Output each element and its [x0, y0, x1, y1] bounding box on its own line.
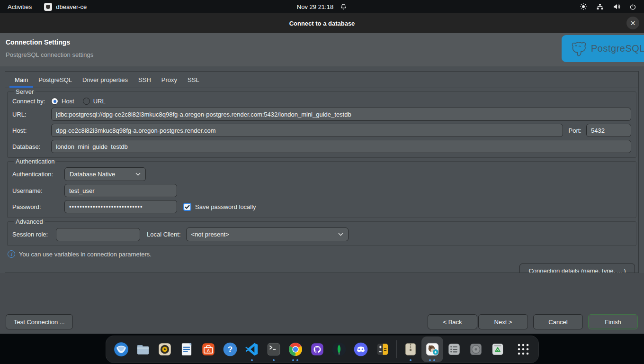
local-client-selected-value: <not present>	[191, 231, 338, 238]
system-status-menu[interactable]	[580, 0, 644, 13]
tab-ssl[interactable]: SSL	[182, 73, 205, 88]
discord-icon	[353, 341, 369, 357]
connect-by-url-radio[interactable]	[83, 98, 90, 105]
connect-by-url-label[interactable]: URL	[93, 98, 106, 105]
dock-item-calculator[interactable]	[372, 337, 394, 362]
svg-text:A: A	[206, 348, 210, 353]
dock-item-settings-list[interactable]	[443, 337, 465, 362]
vscode-icon	[244, 341, 260, 357]
page-subtitle: PostgreSQL connection settings	[6, 51, 93, 58]
tab-postgresql[interactable]: PostgreSQL	[33, 73, 77, 88]
dock-item-mongodb[interactable]	[328, 337, 350, 362]
info-row: i You can use variables in connection pa…	[8, 250, 638, 258]
password-label: Password:	[12, 203, 64, 210]
focused-app-name: dbeaver-ce	[56, 3, 87, 10]
save-password-checkbox[interactable]	[183, 203, 191, 211]
dock-item-github-desktop[interactable]	[306, 337, 328, 362]
session-role-input[interactable]	[56, 228, 140, 241]
auth-type-row: Authentication: Database Native	[12, 167, 631, 181]
test-connection-button[interactable]: Test Connection ...	[6, 314, 73, 329]
github-desktop-icon	[309, 341, 325, 357]
dock-item-archive-manager[interactable]	[400, 337, 421, 362]
trash-icon	[490, 341, 506, 357]
host-row: Host: Port:	[12, 124, 631, 137]
connection-details-button[interactable]: Connection details (name, type, ... )	[519, 264, 635, 273]
dbeaver-icon	[424, 341, 440, 357]
tab-bar: Main PostgreSQL Driver properties SSH Pr…	[5, 72, 638, 88]
advanced-group: Advanced Session role: Local Client: <no…	[7, 218, 636, 246]
ubuntu-software-icon: A	[200, 341, 216, 357]
finish-button[interactable]: Finish	[588, 314, 638, 329]
rhythmbox-icon	[157, 341, 173, 357]
dock-item-rhythmbox[interactable]	[154, 337, 176, 362]
dock-item-dbeaver[interactable]	[421, 337, 443, 362]
dock-item-disc-burner[interactable]	[465, 337, 487, 362]
password-input[interactable]	[64, 200, 177, 213]
port-input[interactable]	[586, 124, 631, 137]
connect-by-label: Connect by:	[12, 98, 51, 105]
dock-item-discord[interactable]	[350, 337, 372, 362]
dock-item-vscode[interactable]	[241, 337, 263, 362]
url-input[interactable]	[51, 108, 631, 121]
system-top-bar: Activities dbeaver-ce Nov 29 21:18	[0, 0, 644, 13]
database-label: Database:	[12, 143, 51, 150]
database-input[interactable]	[51, 140, 631, 153]
connect-by-host-label[interactable]: Host	[62, 98, 74, 105]
settings-list-icon	[446, 341, 462, 357]
dock-item-help[interactable]: ?	[219, 337, 241, 362]
tab-main[interactable]: Main	[9, 73, 33, 88]
calculator-icon	[375, 341, 391, 357]
username-input[interactable]	[64, 184, 177, 197]
show-applications-icon	[516, 342, 530, 356]
dock-item-chrome[interactable]	[285, 337, 306, 362]
host-label: Host:	[12, 127, 51, 134]
dock-item-files[interactable]	[132, 337, 154, 362]
clock-text: Nov 29 21:18	[297, 3, 333, 10]
focused-app-menu[interactable]: dbeaver-ce	[44, 3, 87, 11]
local-client-select[interactable]: <not present>	[186, 228, 349, 241]
info-text: You can use variables in connection para…	[19, 251, 152, 258]
dock: A ?	[106, 336, 539, 363]
dbeaver-app-icon	[44, 3, 52, 11]
chevron-down-icon	[338, 233, 343, 236]
authentication-select[interactable]: Database Native	[64, 167, 146, 181]
dock-item-show-applications[interactable]	[512, 337, 534, 362]
running-indicator	[429, 359, 435, 361]
dock-item-terminal[interactable]	[263, 337, 285, 362]
connect-by-host-radio[interactable]	[51, 98, 58, 105]
dock-item-libreoffice-writer[interactable]	[176, 337, 197, 362]
activities-button[interactable]: Activities	[8, 3, 32, 10]
close-icon[interactable]: ✕	[626, 17, 639, 29]
url-label: URL:	[12, 111, 51, 118]
running-indicator	[273, 359, 275, 361]
thunderbird-icon	[113, 341, 129, 357]
dock-separator	[396, 340, 397, 358]
cancel-button[interactable]: Cancel	[533, 314, 583, 329]
save-password-label[interactable]: Save password locally	[195, 203, 256, 210]
dock-item-ubuntu-software[interactable]: A	[197, 337, 219, 362]
next-button[interactable]: Next >	[478, 314, 528, 329]
url-row: URL:	[12, 108, 631, 121]
host-input[interactable]	[51, 124, 563, 137]
checkmark-icon	[185, 205, 190, 209]
username-label: Username:	[12, 187, 64, 194]
dialog-title-bar: Connect to a database ✕	[0, 13, 644, 33]
help-icon: ?	[222, 341, 238, 357]
clock-menu[interactable]: Nov 29 21:18	[297, 3, 347, 10]
dock-item-trash[interactable]	[487, 337, 509, 362]
back-button[interactable]: < Back	[428, 314, 477, 329]
tab-driver-properties[interactable]: Driver properties	[77, 73, 133, 88]
dialog-content: Main PostgreSQL Driver properties SSH Pr…	[0, 66, 644, 273]
tab-proxy[interactable]: Proxy	[156, 73, 182, 88]
running-indicator	[251, 359, 253, 361]
brightness-icon	[580, 3, 587, 10]
chevron-down-icon	[135, 173, 141, 176]
password-row: Password: Save password locally	[12, 200, 631, 213]
chrome-icon	[287, 341, 304, 357]
dock-item-thunderbird[interactable]	[110, 337, 132, 362]
session-role-label: Session role:	[12, 231, 56, 238]
postgresql-wordmark: PostgreSQL	[591, 43, 644, 54]
tab-ssh[interactable]: SSH	[133, 73, 156, 88]
advanced-group-legend: Advanced	[14, 218, 45, 225]
running-indicator	[410, 359, 411, 361]
